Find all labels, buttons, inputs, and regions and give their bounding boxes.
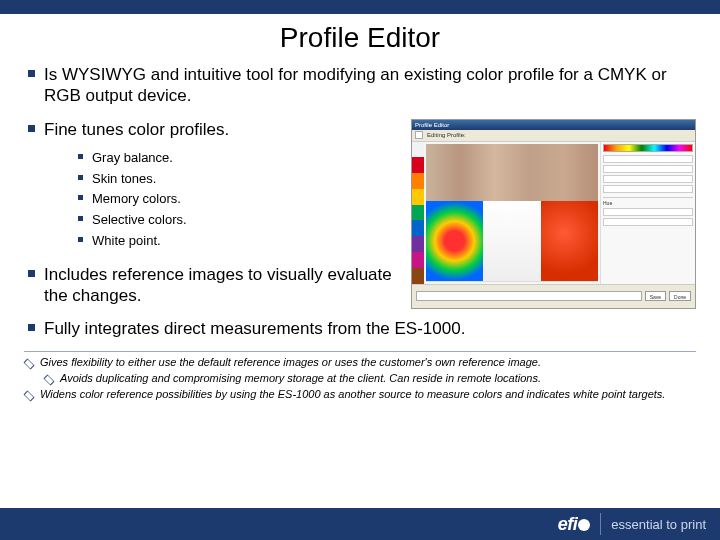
footer-band: efi essential to print bbox=[0, 508, 720, 540]
swatch-red bbox=[412, 157, 424, 173]
footnote-flexibility: Gives flexibility to either use the defa… bbox=[22, 356, 698, 370]
panel-row-5 bbox=[603, 208, 693, 216]
sub-white-point: White point. bbox=[74, 231, 399, 252]
bullet-fine-tunes: Fine tunes color profiles. Gray balance.… bbox=[24, 119, 399, 252]
footnote-widens: Widens color reference possibilities by … bbox=[22, 388, 698, 402]
ss-save-button: Save bbox=[645, 291, 666, 301]
ss-color-strip bbox=[412, 142, 424, 284]
efi-logo: efi bbox=[558, 514, 591, 535]
profile-editor-screenshot: Profile Editor Editing Profile: bbox=[411, 119, 696, 309]
panel-row-1 bbox=[603, 155, 693, 163]
preview-faces-row bbox=[426, 144, 598, 202]
slide-title: Profile Editor bbox=[0, 22, 720, 54]
footnote-list: Gives flexibility to either use the defa… bbox=[0, 356, 720, 401]
bullet-wysiwyg: Is WYSIWYG and intuitive tool for modify… bbox=[24, 64, 696, 107]
ss-profile-dropdown bbox=[416, 291, 642, 301]
top-accent-band bbox=[0, 0, 720, 14]
sub-gray-balance: Gray balance. bbox=[74, 148, 399, 169]
preview-white-object bbox=[483, 201, 541, 281]
sub-skin-tones: Skin tones. bbox=[74, 169, 399, 190]
main-bullet-list-3: Fully integrates direct measurements fro… bbox=[24, 318, 696, 339]
ss-right-panel: Hue bbox=[600, 142, 695, 284]
swatch-brown bbox=[412, 268, 424, 284]
preview-color-toys bbox=[426, 201, 483, 281]
ss-bottom-bar: Save Done bbox=[412, 284, 695, 308]
panel-row-4 bbox=[603, 185, 693, 193]
swatch-blue bbox=[412, 220, 424, 236]
ss-body: Hue bbox=[412, 142, 695, 284]
hue-bar bbox=[603, 144, 693, 152]
panel-row-2 bbox=[603, 165, 693, 173]
swatch-orange bbox=[412, 173, 424, 189]
efi-logo-text: efi bbox=[558, 514, 578, 534]
swatch-white bbox=[412, 142, 424, 158]
slide-content: Is WYSIWYG and intuitive tool for modify… bbox=[0, 64, 720, 339]
ss-preview-image bbox=[426, 144, 598, 282]
panel-section-label: Hue bbox=[603, 197, 693, 206]
ss-window-title: Profile Editor bbox=[415, 122, 449, 128]
ss-done-button: Done bbox=[669, 291, 691, 301]
swatch-yellow bbox=[412, 189, 424, 205]
ss-toolbar: Editing Profile: bbox=[412, 130, 695, 142]
bullet-fine-tunes-text: Fine tunes color profiles. bbox=[44, 120, 229, 139]
footer-separator bbox=[600, 513, 601, 535]
preview-strawberries bbox=[541, 201, 598, 281]
swatch-magenta bbox=[412, 252, 424, 268]
swatch-green bbox=[412, 205, 424, 221]
horizontal-divider bbox=[24, 351, 696, 352]
sub-memory-colors: Memory colors. bbox=[74, 189, 399, 210]
panel-row-6 bbox=[603, 218, 693, 226]
footnote-avoids-duplicating: Avoids duplicating and compromising memo… bbox=[42, 372, 698, 386]
swatch-purple bbox=[412, 236, 424, 252]
sub-bullet-list: Gray balance. Skin tones. Memory colors.… bbox=[74, 148, 399, 252]
sub-selective-colors: Selective colors. bbox=[74, 210, 399, 231]
panel-row-3 bbox=[603, 175, 693, 183]
bullet-es1000: Fully integrates direct measurements fro… bbox=[24, 318, 696, 339]
footer-tagline: essential to print bbox=[611, 517, 706, 532]
main-bullet-list-2: Fine tunes color profiles. Gray balance.… bbox=[24, 119, 399, 307]
bullet-reference-images: Includes reference images to visually ev… bbox=[24, 264, 399, 307]
ss-window-titlebar: Profile Editor bbox=[412, 120, 695, 130]
main-bullet-list: Is WYSIWYG and intuitive tool for modify… bbox=[24, 64, 696, 107]
file-icon bbox=[415, 131, 423, 139]
efi-logo-dot-icon bbox=[578, 519, 590, 531]
ss-toolbar-label: Editing Profile: bbox=[427, 132, 466, 138]
